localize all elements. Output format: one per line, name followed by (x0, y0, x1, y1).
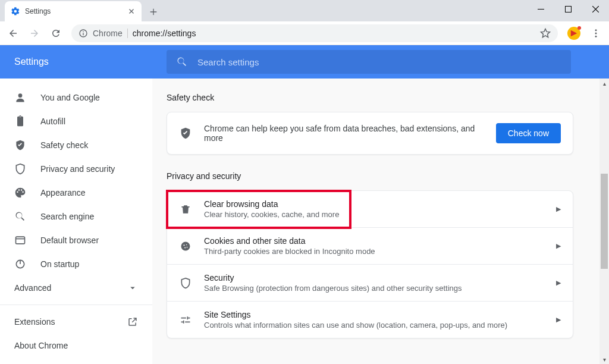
browser-tab[interactable]: Settings (5, 1, 142, 21)
svg-point-15 (184, 247, 186, 248)
page-title: Settings (0, 57, 152, 67)
row-site-settings[interactable]: Site Settings Controls what information … (167, 301, 573, 338)
sidebar-item-privacy[interactable]: Privacy and security (0, 157, 152, 181)
row-security[interactable]: Security Safe Browsing (protection from … (167, 264, 573, 301)
chevron-right-icon: ▶ (556, 316, 561, 324)
new-tab-button[interactable] (145, 4, 162, 20)
sidebar-item-label: Autofill (40, 117, 65, 126)
svg-point-14 (186, 244, 187, 245)
sidebar-item-about[interactable]: About Chrome (0, 334, 152, 357)
advanced-toggle[interactable]: Advanced (0, 276, 152, 300)
extension-icon[interactable] (567, 27, 580, 40)
close-tab-button[interactable] (127, 7, 136, 15)
maximize-button[interactable] (554, 0, 582, 18)
sidebar-item-label: You and Google (40, 93, 100, 102)
row-desc: Third-party cookies are blocked in Incog… (204, 247, 544, 256)
chevron-right-icon: ▶ (556, 205, 561, 213)
svg-point-16 (187, 246, 188, 247)
back-button[interactable] (4, 24, 23, 43)
menu-button[interactable] (586, 24, 605, 43)
sidebar-item-label: Default browser (40, 236, 99, 245)
palette-icon (14, 187, 26, 199)
scroll-thumb[interactable] (601, 174, 608, 269)
svg-rect-1 (565, 6, 571, 12)
row-desc: Safe Browsing (protection from dangerous… (204, 284, 544, 293)
sidebar-item-default-browser[interactable]: Default browser (0, 228, 152, 252)
sidebar-item-appearance[interactable]: Appearance (0, 181, 152, 205)
sidebar-item-on-startup[interactable]: On startup (0, 252, 152, 276)
shield-icon (179, 277, 192, 290)
site-info-icon[interactable] (79, 29, 88, 38)
svg-rect-11 (181, 206, 189, 208)
reload-button[interactable] (46, 24, 65, 43)
scrollbar[interactable]: ▴ ▾ (599, 79, 609, 364)
chevron-right-icon: ▶ (556, 242, 561, 250)
url-path: chrome://settings (133, 29, 196, 38)
settings-page: Settings You and Google Autofill Safety … (0, 45, 609, 364)
shield-check-icon (179, 127, 192, 140)
svg-point-13 (183, 244, 184, 246)
row-desc: Clear history, cookies, cache, and more (204, 210, 544, 219)
settings-topbar: Settings (0, 45, 609, 79)
scroll-down-arrow[interactable]: ▾ (599, 354, 609, 364)
tab-title: Settings (25, 7, 123, 15)
gear-icon (11, 7, 20, 16)
safety-check-text: Chrome can help keep you safe from data … (204, 124, 484, 143)
row-clear-browsing-data[interactable]: Clear browsing data Clear history, cooki… (167, 191, 573, 227)
row-cookies[interactable]: Cookies and other site data Third-party … (167, 227, 573, 264)
row-title: Cookies and other site data (204, 236, 544, 246)
sidebar-divider (0, 305, 152, 305)
safety-check-card: Chrome can help keep you safe from data … (167, 112, 573, 155)
close-window-button[interactable] (582, 0, 609, 18)
shield-check-icon (14, 139, 26, 151)
sidebar-item-label: Privacy and security (40, 164, 115, 174)
sidebar-item-label: Safety check (40, 140, 88, 150)
row-title: Site Settings (204, 310, 544, 319)
svg-point-8 (18, 93, 23, 98)
svg-point-5 (595, 29, 597, 31)
clipboard-icon (14, 115, 26, 127)
search-icon (14, 211, 26, 222)
sidebar-item-extensions[interactable]: Extensions (0, 310, 152, 334)
url-separator (127, 29, 128, 38)
person-icon (14, 92, 26, 103)
power-icon (14, 258, 26, 270)
extensions-label: Extensions (14, 317, 55, 327)
browser-toolbar: Chrome chrome://settings (0, 21, 609, 45)
cookie-icon (179, 240, 192, 253)
bookmark-star-icon[interactable] (540, 28, 551, 39)
svg-rect-4 (83, 33, 83, 35)
sidebar-item-search-engine[interactable]: Search engine (0, 205, 152, 228)
sidebar-item-you-and-google[interactable]: You and Google (0, 86, 152, 109)
row-title: Clear browsing data (204, 199, 544, 209)
external-link-icon (127, 316, 138, 327)
shield-icon (14, 163, 26, 175)
row-title: Security (204, 273, 544, 283)
chevron-down-icon (127, 283, 138, 293)
settings-search-input[interactable] (197, 57, 561, 67)
address-bar[interactable]: Chrome chrome://settings (71, 24, 558, 42)
check-now-button[interactable]: Check now (496, 123, 561, 143)
search-icon (176, 56, 188, 68)
tune-icon (179, 313, 192, 327)
svg-point-12 (181, 241, 190, 250)
about-label: About Chrome (14, 341, 68, 350)
svg-rect-9 (16, 237, 25, 244)
row-desc: Controls what information sites can use … (204, 321, 544, 330)
forward-button[interactable] (25, 24, 44, 43)
svg-point-7 (595, 35, 597, 37)
sidebar-item-autofill[interactable]: Autofill (0, 109, 152, 133)
settings-content: Safety check Chrome can help keep you sa… (152, 79, 609, 364)
minimize-button[interactable] (527, 0, 554, 18)
sidebar-item-label: Appearance (40, 188, 86, 197)
sidebar-item-safety-check[interactable]: Safety check (0, 133, 152, 157)
trash-icon (179, 203, 192, 216)
window-controls (527, 0, 609, 18)
url-host: Chrome (93, 29, 123, 38)
settings-sidebar: You and Google Autofill Safety check Pri… (0, 79, 152, 364)
svg-rect-0 (538, 9, 544, 10)
chevron-right-icon: ▶ (556, 279, 561, 287)
settings-search[interactable] (167, 50, 571, 74)
scroll-up-arrow[interactable]: ▴ (599, 79, 609, 88)
browser-icon (14, 234, 26, 246)
